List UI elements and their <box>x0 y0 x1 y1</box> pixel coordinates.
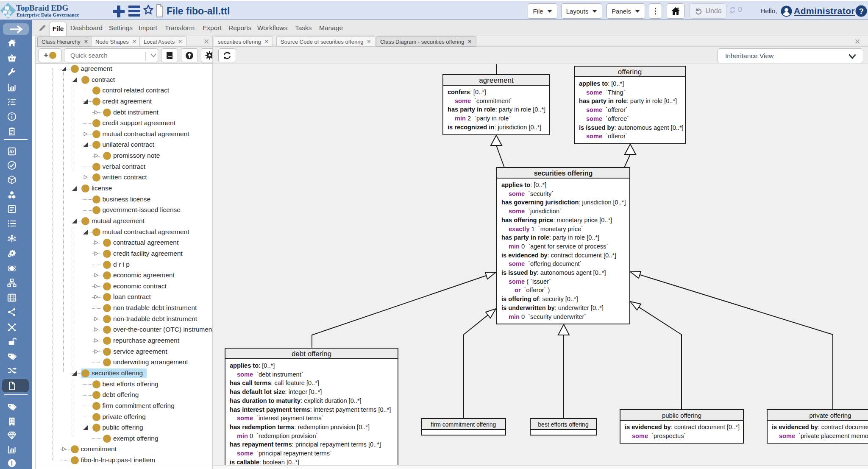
svg-text:?: ? <box>859 7 864 16</box>
svg-text:Az: Az <box>9 149 14 154</box>
